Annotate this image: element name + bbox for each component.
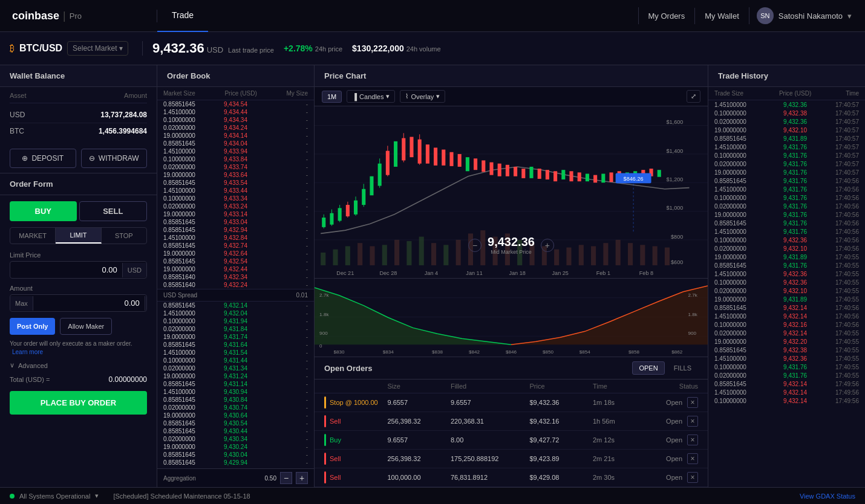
ob-ask-row[interactable]: 1.451000009,433.94-: [157, 147, 314, 155]
svg-rect-39: [653, 246, 658, 265]
ob-bid-row[interactable]: 0.020000009,430.34-: [157, 435, 314, 443]
ob-ask-row[interactable]: 0.858516459,433.04-: [157, 218, 314, 226]
nav-link-trade[interactable]: Trade: [157, 0, 208, 32]
ob-ask-row[interactable]: 19.00000009,434.14-: [157, 132, 314, 140]
aggregation-minus-button[interactable]: −: [280, 472, 292, 484]
ob-ask-row[interactable]: 0.100000009,433.34-: [157, 195, 314, 202]
allow-maker-button[interactable]: Allow Maker: [60, 318, 112, 335]
ob-ask-row[interactable]: 19.00000009,433.64-: [157, 171, 314, 179]
place-order-button[interactable]: PLACE BUY ORDER: [10, 391, 147, 415]
ob-bid-row[interactable]: 0.858516459,430.84-: [157, 396, 314, 404]
fills-tab[interactable]: FILLS: [667, 361, 698, 375]
ob-bid-row[interactable]: 0.858516459,432.14-: [157, 302, 314, 309]
ob-bid-row[interactable]: 0.020000009,431.34-: [157, 364, 314, 372]
close-order-button[interactable]: ×: [687, 397, 698, 408]
ob-ask-row[interactable]: 0.858516459,433.54-: [157, 179, 314, 187]
ob-ask-row[interactable]: 0.858516459,434.54-: [157, 100, 314, 108]
ob-ask-row[interactable]: 0.858516459,432.74-: [157, 242, 314, 250]
mid-price-increase-button[interactable]: +: [541, 239, 554, 252]
ob-bid-row[interactable]: 0.100000009,431.44-: [157, 357, 314, 364]
ob-ask-row[interactable]: 19.00000009,433.14-: [157, 210, 314, 218]
th-time: 17:40:57: [817, 102, 859, 108]
ob-ask-row[interactable]: 1.451000009,433.44-: [157, 187, 314, 195]
sell-tab[interactable]: SELL: [79, 201, 148, 221]
stop-tab[interactable]: STOP: [102, 228, 146, 244]
ob-ask-row[interactable]: 0.100000009,434.34-: [157, 116, 314, 124]
limit-tab[interactable]: LIMIT: [56, 228, 101, 244]
ob-ask-row[interactable]: 0.858516459,432.94-: [157, 226, 314, 234]
svg-rect-70: [474, 158, 477, 170]
post-only-row: Post Only Allow Maker: [10, 318, 147, 335]
ob-ask-row[interactable]: 19.00000009,432.64-: [157, 250, 314, 257]
ob-bid-mysize: -: [260, 381, 308, 387]
ob-ask-row[interactable]: 19.00000009,432.44-: [157, 265, 314, 273]
oo-time-val: 1m 18s: [593, 399, 645, 406]
my-orders-button[interactable]: My Orders: [639, 8, 695, 24]
th-time: 17:40:55: [817, 254, 859, 260]
svg-rect-80: [553, 171, 557, 181]
my-wallet-button[interactable]: My Wallet: [694, 8, 749, 24]
th-row: 0.02000000 9,431.76 17:40:55: [708, 371, 865, 380]
ob-ask-row[interactable]: 0.858516409,432.24-: [157, 281, 314, 289]
ob-bid-row[interactable]: 1.451000009,430.94-: [157, 388, 314, 396]
amount-input[interactable]: [33, 295, 145, 311]
ob-ask-row[interactable]: 0.020000009,434.24-: [157, 124, 314, 132]
ob-bid-row[interactable]: 1.451000009,432.04-: [157, 309, 314, 317]
ob-bid-row[interactable]: 19.00000009,430.24-: [157, 443, 314, 451]
ob-bid-row[interactable]: 0.858516459,430.54-: [157, 419, 314, 427]
market-tab[interactable]: MARKET: [10, 228, 56, 244]
ob-ask-row[interactable]: 0.858516409,432.34-: [157, 273, 314, 281]
buy-tab[interactable]: BUY: [10, 201, 77, 221]
ob-bid-row[interactable]: 0.858516459,429.94-: [157, 459, 314, 467]
gdax-status-link[interactable]: View GDAX Status: [800, 493, 855, 500]
close-order-button[interactable]: ×: [687, 453, 698, 464]
ob-ask-row[interactable]: 0.020000009,433.74-: [157, 163, 314, 171]
aggregation-plus-button[interactable]: +: [296, 472, 308, 484]
overlay-button[interactable]: ⌇ Overlay ▾: [400, 90, 445, 103]
close-order-button[interactable]: ×: [687, 472, 698, 483]
close-order-button[interactable]: ×: [687, 435, 698, 445]
amount-field: Amount Max BTC: [10, 285, 147, 312]
ob-bid-row[interactable]: 19.00000009,431.74-: [157, 333, 314, 341]
select-market-dropdown[interactable]: Select Market ▾: [67, 41, 128, 56]
ob-bid-row[interactable]: 0.858516459,430.44-: [157, 427, 314, 435]
close-order-button[interactable]: ×: [687, 416, 698, 427]
th-size: 0.10000000: [714, 364, 774, 370]
deposit-button[interactable]: ⊕ DEPOSIT: [10, 149, 76, 168]
th-size: 1.45100000: [714, 102, 774, 108]
th-time: 17:40:55: [817, 288, 859, 294]
ob-bid-row[interactable]: 1.451000009,431.54-: [157, 349, 314, 357]
ob-bid-row[interactable]: 0.858516459,431.64-: [157, 341, 314, 349]
ob-ask-row[interactable]: 0.020000009,433.24-: [157, 202, 314, 210]
ob-bid-row[interactable]: 19.00000009,430.64-: [157, 412, 314, 419]
expand-chart-button[interactable]: ⤢: [687, 90, 700, 103]
timeframe-1m-button[interactable]: 1M: [322, 91, 342, 103]
ob-bid-row[interactable]: 19.00000009,431.24-: [157, 372, 314, 380]
post-only-button[interactable]: Post Only: [10, 318, 55, 335]
ob-ask-row[interactable]: 1.451000009,434.44-: [157, 108, 314, 116]
open-tab[interactable]: OPEN: [632, 361, 664, 375]
advanced-toggle[interactable]: ∨ Advanced: [10, 361, 147, 369]
mid-price-decrease-button[interactable]: −: [468, 239, 481, 252]
side-text: Sell: [330, 418, 341, 425]
top-nav: coinbase | Pro Trade My Orders My Wallet…: [0, 0, 865, 32]
ob-bid-price: 9,432.14: [212, 302, 260, 309]
ob-bid-row[interactable]: 0.858516459,430.04-: [157, 451, 314, 459]
limit-price-input[interactable]: [10, 262, 122, 278]
svg-rect-83: [578, 172, 581, 181]
learn-more-link[interactable]: Learn more: [12, 349, 43, 355]
ob-bid-row[interactable]: 0.100000009,431.94-: [157, 317, 314, 325]
user-area[interactable]: SN Satoshi Nakamoto ▾: [749, 7, 859, 24]
ob-ask-row[interactable]: 0.858516459,434.04-: [157, 140, 314, 147]
ob-bid-mysize: -: [260, 420, 308, 427]
withdraw-button[interactable]: ⊖ WITHDRAW: [81, 149, 148, 168]
ob-ask-row[interactable]: 0.100000009,433.84-: [157, 155, 314, 163]
candles-button[interactable]: ▐ Candles ▾: [347, 90, 395, 103]
ob-bid-row[interactable]: 0.020000009,430.74-: [157, 404, 314, 412]
ob-ask-size: 0.10000000: [163, 195, 212, 202]
ob-bid-row[interactable]: 0.858516459,431.14-: [157, 380, 314, 388]
ob-bid-price: 9,430.94: [212, 389, 260, 395]
ob-bid-row[interactable]: 0.020000009,431.84-: [157, 325, 314, 333]
ob-ask-row[interactable]: 1.451000009,432.84-: [157, 234, 314, 242]
ob-ask-row[interactable]: 0.858516459,432.54-: [157, 257, 314, 265]
